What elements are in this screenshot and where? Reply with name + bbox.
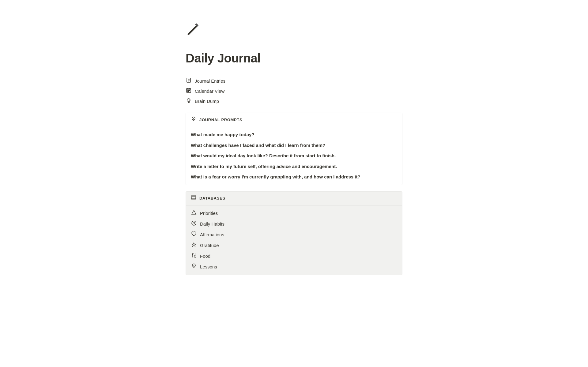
lessons-label: Lessons — [200, 264, 217, 271]
svg-rect-14 — [189, 90, 190, 91]
prompt-2: What challenges have I faced and what di… — [191, 140, 397, 151]
calendar-icon — [186, 88, 192, 95]
databases-header: DATABASES — [186, 192, 402, 206]
brain-dump-icon — [186, 98, 192, 105]
brain-dump-label: Brain Dump — [195, 98, 219, 105]
svg-marker-30 — [192, 210, 196, 214]
prompt-4: Write a letter to my future self, offeri… — [191, 161, 397, 172]
nav-section: Journal Entries Calendar View — [186, 76, 402, 107]
svg-point-32 — [193, 222, 195, 224]
gratitude-label: Gratitude — [200, 242, 219, 249]
priorities-label: Priorities — [200, 210, 218, 217]
food-icon — [191, 253, 197, 260]
svg-rect-13 — [188, 90, 189, 91]
svg-point-26 — [193, 119, 194, 120]
db-item-lessons[interactable]: Lessons — [191, 262, 397, 272]
gratitude-icon — [191, 242, 197, 249]
svg-rect-12 — [187, 90, 188, 91]
svg-point-43 — [194, 266, 194, 267]
prompt-1: What made me happy today? — [191, 129, 397, 140]
daily-habits-label: Daily Habits — [200, 221, 224, 228]
databases-title: DATABASES — [199, 195, 225, 201]
db-item-affirmations[interactable]: Affirmations — [191, 230, 397, 240]
journal-prompts-title: JOURNAL PROMPTS — [199, 117, 242, 123]
priorities-icon — [191, 210, 197, 217]
page-container: Daily Journal Journal Entries — [156, 0, 432, 300]
prompt-5: What is a fear or worry I'm currently gr… — [191, 172, 397, 182]
title-divider — [186, 75, 402, 75]
db-item-priorities[interactable]: Priorities — [191, 208, 397, 219]
svg-rect-28 — [191, 197, 196, 198]
nav-item-brain-dump[interactable]: Brain Dump — [186, 96, 402, 107]
journal-entries-label: Journal Entries — [195, 78, 225, 85]
food-label: Food — [200, 253, 210, 260]
svg-rect-29 — [191, 198, 196, 199]
daily-habits-icon — [191, 220, 197, 228]
databases-content: Priorities Daily Habits — [186, 206, 402, 275]
databases-section-icon — [191, 195, 196, 202]
db-item-food[interactable]: Food — [191, 251, 397, 262]
databases-section: DATABASES Priorities — [186, 191, 402, 275]
journal-entries-icon — [186, 77, 192, 85]
db-item-daily-habits[interactable]: Daily Habits — [191, 219, 397, 230]
nav-item-journal-entries[interactable]: Journal Entries — [186, 76, 402, 86]
db-item-gratitude[interactable]: Gratitude — [191, 240, 397, 251]
svg-point-17 — [187, 99, 190, 102]
journal-prompts-section: JOURNAL PROMPTS What made me happy today… — [186, 113, 402, 185]
journal-prompts-content: What made me happy today? What challenge… — [186, 127, 402, 185]
lessons-icon — [191, 263, 197, 271]
calendar-view-label: Calendar View — [195, 88, 224, 95]
svg-rect-15 — [187, 91, 188, 92]
prompts-section-icon — [191, 116, 196, 124]
prompt-3: What would my ideal day look like? Descr… — [191, 151, 397, 161]
nav-item-calendar-view[interactable]: Calendar View — [186, 86, 402, 96]
affirmations-icon — [191, 231, 197, 239]
page-title: Daily Journal — [186, 49, 402, 67]
journal-prompts-header: JOURNAL PROMPTS — [186, 113, 402, 127]
page-icon — [186, 18, 402, 44]
svg-point-31 — [192, 221, 196, 225]
svg-rect-16 — [188, 91, 189, 92]
svg-rect-27 — [191, 196, 196, 197]
affirmations-label: Affirmations — [200, 231, 224, 238]
